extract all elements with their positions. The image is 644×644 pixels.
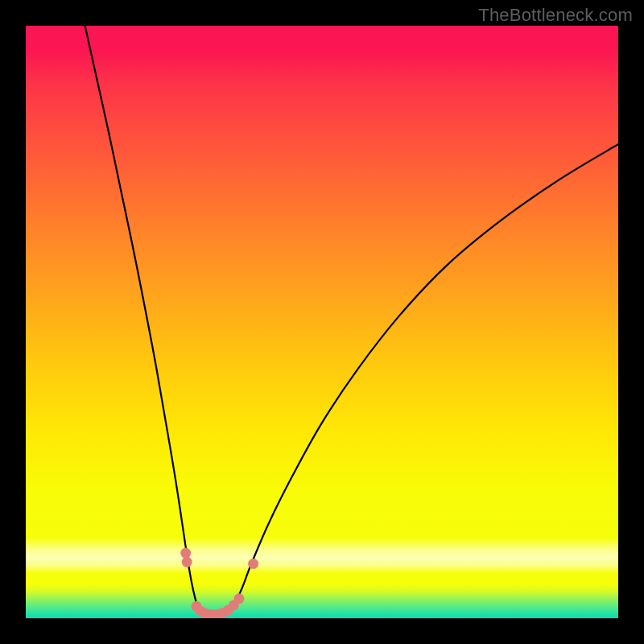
marker-dot [248, 559, 258, 569]
plot-area [26, 26, 618, 618]
bottleneck-curve [85, 26, 618, 617]
chart-frame: TheBottleneck.com [0, 0, 644, 644]
watermark-text: TheBottleneck.com [478, 5, 633, 26]
marker-dot [233, 593, 244, 604]
curve-svg [26, 26, 618, 618]
marker-dot [180, 548, 191, 559]
marker-dot [182, 557, 192, 568]
